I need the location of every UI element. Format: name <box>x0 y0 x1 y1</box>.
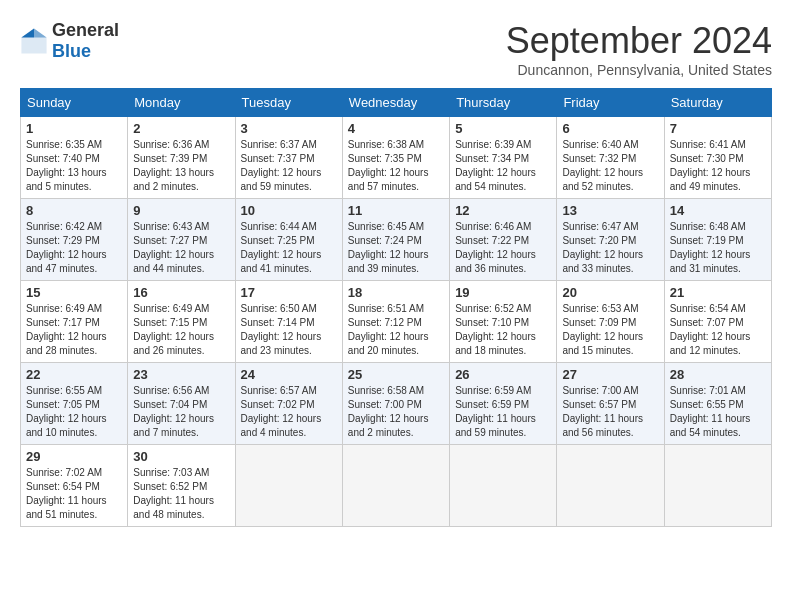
day-number: 30 <box>133 449 229 464</box>
calendar-cell <box>235 445 342 527</box>
day-number: 21 <box>670 285 766 300</box>
title-block: September 2024 Duncannon, Pennsylvania, … <box>506 20 772 78</box>
calendar-cell: 3Sunrise: 6:37 AM Sunset: 7:37 PM Daylig… <box>235 117 342 199</box>
calendar-week-1: 1Sunrise: 6:35 AM Sunset: 7:40 PM Daylig… <box>21 117 772 199</box>
day-number: 7 <box>670 121 766 136</box>
logo-general: General <box>52 20 119 40</box>
calendar-cell: 19Sunrise: 6:52 AM Sunset: 7:10 PM Dayli… <box>450 281 557 363</box>
calendar-cell: 21Sunrise: 6:54 AM Sunset: 7:07 PM Dayli… <box>664 281 771 363</box>
calendar-table: SundayMondayTuesdayWednesdayThursdayFrid… <box>20 88 772 527</box>
calendar-cell: 23Sunrise: 6:56 AM Sunset: 7:04 PM Dayli… <box>128 363 235 445</box>
day-number: 19 <box>455 285 551 300</box>
day-number: 1 <box>26 121 122 136</box>
day-info: Sunrise: 6:58 AM Sunset: 7:00 PM Dayligh… <box>348 384 444 440</box>
calendar-cell <box>342 445 449 527</box>
day-number: 18 <box>348 285 444 300</box>
header-saturday: Saturday <box>664 89 771 117</box>
day-info: Sunrise: 6:57 AM Sunset: 7:02 PM Dayligh… <box>241 384 337 440</box>
day-info: Sunrise: 6:49 AM Sunset: 7:15 PM Dayligh… <box>133 302 229 358</box>
day-info: Sunrise: 6:48 AM Sunset: 7:19 PM Dayligh… <box>670 220 766 276</box>
day-number: 5 <box>455 121 551 136</box>
day-info: Sunrise: 6:55 AM Sunset: 7:05 PM Dayligh… <box>26 384 122 440</box>
calendar-cell: 16Sunrise: 6:49 AM Sunset: 7:15 PM Dayli… <box>128 281 235 363</box>
day-info: Sunrise: 7:01 AM Sunset: 6:55 PM Dayligh… <box>670 384 766 440</box>
day-info: Sunrise: 6:46 AM Sunset: 7:22 PM Dayligh… <box>455 220 551 276</box>
day-number: 11 <box>348 203 444 218</box>
calendar-cell <box>450 445 557 527</box>
day-info: Sunrise: 7:03 AM Sunset: 6:52 PM Dayligh… <box>133 466 229 522</box>
day-number: 13 <box>562 203 658 218</box>
calendar-week-5: 29Sunrise: 7:02 AM Sunset: 6:54 PM Dayli… <box>21 445 772 527</box>
calendar-cell: 15Sunrise: 6:49 AM Sunset: 7:17 PM Dayli… <box>21 281 128 363</box>
svg-marker-2 <box>21 28 34 37</box>
day-number: 24 <box>241 367 337 382</box>
day-info: Sunrise: 6:52 AM Sunset: 7:10 PM Dayligh… <box>455 302 551 358</box>
calendar-cell: 30Sunrise: 7:03 AM Sunset: 6:52 PM Dayli… <box>128 445 235 527</box>
day-number: 25 <box>348 367 444 382</box>
header-tuesday: Tuesday <box>235 89 342 117</box>
calendar-cell: 24Sunrise: 6:57 AM Sunset: 7:02 PM Dayli… <box>235 363 342 445</box>
day-number: 26 <box>455 367 551 382</box>
header-monday: Monday <box>128 89 235 117</box>
calendar-week-4: 22Sunrise: 6:55 AM Sunset: 7:05 PM Dayli… <box>21 363 772 445</box>
day-number: 17 <box>241 285 337 300</box>
day-info: Sunrise: 6:45 AM Sunset: 7:24 PM Dayligh… <box>348 220 444 276</box>
day-info: Sunrise: 6:44 AM Sunset: 7:25 PM Dayligh… <box>241 220 337 276</box>
calendar-cell: 14Sunrise: 6:48 AM Sunset: 7:19 PM Dayli… <box>664 199 771 281</box>
day-number: 23 <box>133 367 229 382</box>
day-number: 14 <box>670 203 766 218</box>
day-number: 20 <box>562 285 658 300</box>
day-info: Sunrise: 6:40 AM Sunset: 7:32 PM Dayligh… <box>562 138 658 194</box>
page-header: General Blue September 2024 Duncannon, P… <box>20 20 772 78</box>
calendar-cell: 20Sunrise: 6:53 AM Sunset: 7:09 PM Dayli… <box>557 281 664 363</box>
day-number: 3 <box>241 121 337 136</box>
day-number: 10 <box>241 203 337 218</box>
day-info: Sunrise: 7:02 AM Sunset: 6:54 PM Dayligh… <box>26 466 122 522</box>
day-info: Sunrise: 6:54 AM Sunset: 7:07 PM Dayligh… <box>670 302 766 358</box>
calendar-cell: 4Sunrise: 6:38 AM Sunset: 7:35 PM Daylig… <box>342 117 449 199</box>
calendar-cell: 25Sunrise: 6:58 AM Sunset: 7:00 PM Dayli… <box>342 363 449 445</box>
header-friday: Friday <box>557 89 664 117</box>
calendar-cell: 28Sunrise: 7:01 AM Sunset: 6:55 PM Dayli… <box>664 363 771 445</box>
calendar-cell: 10Sunrise: 6:44 AM Sunset: 7:25 PM Dayli… <box>235 199 342 281</box>
day-number: 9 <box>133 203 229 218</box>
header-sunday: Sunday <box>21 89 128 117</box>
day-number: 8 <box>26 203 122 218</box>
logo-icon <box>20 27 48 55</box>
calendar-week-2: 8Sunrise: 6:42 AM Sunset: 7:29 PM Daylig… <box>21 199 772 281</box>
calendar-cell <box>557 445 664 527</box>
header-wednesday: Wednesday <box>342 89 449 117</box>
calendar-cell: 6Sunrise: 6:40 AM Sunset: 7:32 PM Daylig… <box>557 117 664 199</box>
day-number: 29 <box>26 449 122 464</box>
calendar-cell: 2Sunrise: 6:36 AM Sunset: 7:39 PM Daylig… <box>128 117 235 199</box>
calendar-cell: 17Sunrise: 6:50 AM Sunset: 7:14 PM Dayli… <box>235 281 342 363</box>
day-number: 28 <box>670 367 766 382</box>
day-number: 4 <box>348 121 444 136</box>
day-number: 27 <box>562 367 658 382</box>
calendar-cell: 26Sunrise: 6:59 AM Sunset: 6:59 PM Dayli… <box>450 363 557 445</box>
calendar-week-3: 15Sunrise: 6:49 AM Sunset: 7:17 PM Dayli… <box>21 281 772 363</box>
svg-marker-1 <box>34 28 47 37</box>
calendar-cell: 7Sunrise: 6:41 AM Sunset: 7:30 PM Daylig… <box>664 117 771 199</box>
calendar-cell: 29Sunrise: 7:02 AM Sunset: 6:54 PM Dayli… <box>21 445 128 527</box>
logo-blue: Blue <box>52 41 91 61</box>
calendar-cell <box>664 445 771 527</box>
day-info: Sunrise: 6:35 AM Sunset: 7:40 PM Dayligh… <box>26 138 122 194</box>
day-info: Sunrise: 6:39 AM Sunset: 7:34 PM Dayligh… <box>455 138 551 194</box>
logo-text: General Blue <box>52 20 119 62</box>
day-info: Sunrise: 6:49 AM Sunset: 7:17 PM Dayligh… <box>26 302 122 358</box>
day-info: Sunrise: 6:51 AM Sunset: 7:12 PM Dayligh… <box>348 302 444 358</box>
day-info: Sunrise: 6:41 AM Sunset: 7:30 PM Dayligh… <box>670 138 766 194</box>
day-number: 22 <box>26 367 122 382</box>
logo: General Blue <box>20 20 119 62</box>
day-info: Sunrise: 6:59 AM Sunset: 6:59 PM Dayligh… <box>455 384 551 440</box>
calendar-cell: 12Sunrise: 6:46 AM Sunset: 7:22 PM Dayli… <box>450 199 557 281</box>
calendar-cell: 5Sunrise: 6:39 AM Sunset: 7:34 PM Daylig… <box>450 117 557 199</box>
location: Duncannon, Pennsylvania, United States <box>506 62 772 78</box>
day-info: Sunrise: 6:43 AM Sunset: 7:27 PM Dayligh… <box>133 220 229 276</box>
day-info: Sunrise: 6:42 AM Sunset: 7:29 PM Dayligh… <box>26 220 122 276</box>
day-info: Sunrise: 6:38 AM Sunset: 7:35 PM Dayligh… <box>348 138 444 194</box>
calendar-cell: 22Sunrise: 6:55 AM Sunset: 7:05 PM Dayli… <box>21 363 128 445</box>
day-info: Sunrise: 7:00 AM Sunset: 6:57 PM Dayligh… <box>562 384 658 440</box>
day-number: 12 <box>455 203 551 218</box>
